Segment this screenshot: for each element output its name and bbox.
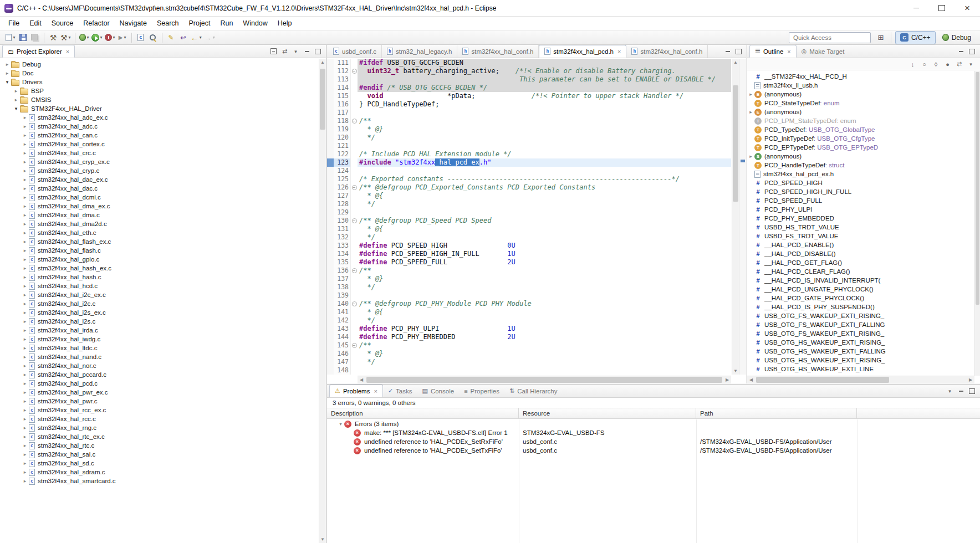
fold-margin[interactable]: −: [350, 217, 358, 225]
tree-item[interactable]: ▸cstm32f4xx_hal_nand.c: [0, 352, 319, 361]
toolbar-debug-button[interactable]: ▾: [78, 32, 90, 44]
menu-run[interactable]: Run: [215, 17, 238, 29]
expander-icon[interactable]: ▸: [12, 97, 20, 103]
tree-item[interactable]: ▸Debug: [0, 60, 319, 69]
tree-item[interactable]: ▸cstm32f4xx_hal_rtc.c: [0, 441, 319, 450]
tree-item[interactable]: ▸cstm32f4xx_hal_pwr_ex.c: [0, 388, 319, 397]
view-menu-icon[interactable]: [966, 59, 976, 69]
tree-item[interactable]: ▸cstm32f4xx_hal_ltdc.c: [0, 344, 319, 352]
outline-item[interactable]: #__HAL_PCD_UNGATE_PHYCLOCK(): [747, 285, 974, 294]
editor-hscrollbar[interactable]: ◀ ▶: [358, 376, 731, 383]
tree-item[interactable]: ▸cstm32f4xx_hal_hcd.c: [0, 281, 319, 290]
outline-item[interactable]: TPCD_InitTypeDef : USB_OTG_CfgType: [747, 134, 974, 143]
tree-item[interactable]: ▸cstm32f4xx_hal_dac_ex.c: [0, 175, 319, 184]
toolbar-save-button[interactable]: [17, 32, 29, 44]
tree-item[interactable]: ▸cstm32f4xx_hal_sd.c: [0, 459, 319, 468]
outline-item[interactable]: #USB_OTG_HS_WAKEUP_EXTI_LINE: [747, 365, 974, 373]
outline-item[interactable]: #PCD_SPEED_HIGH_IN_FULL: [747, 187, 974, 196]
expander-icon[interactable]: ▸: [3, 70, 11, 76]
fold-collapse-icon[interactable]: −: [352, 69, 357, 74]
outline-item[interactable]: #USB_OTG_FS_WAKEUP_EXTI_RISING_: [747, 329, 974, 338]
code-line[interactable]: 123#include "stm32f4xx_hal_pcd_ex.h": [327, 158, 731, 167]
outline-item[interactable]: #__HAL_PCD_IS_PHY_SUSPENDED(): [747, 303, 974, 311]
tab-tasks[interactable]: ✓Tasks: [383, 385, 417, 397]
fold-collapse-icon[interactable]: −: [352, 268, 357, 273]
toolbar-new-source-file-button[interactable]: [135, 32, 147, 44]
expander-icon[interactable]: ▸: [21, 390, 29, 395]
toolbar-new-wizard-button[interactable]: ▾: [4, 32, 17, 44]
scroll-right-icon[interactable]: ▶: [967, 376, 974, 384]
toolbar-external-tools-button[interactable]: ▾: [116, 32, 129, 44]
code-line[interactable]: 148: [327, 366, 731, 375]
code-line[interactable]: 116} PCD_HandleTypeDef;: [327, 100, 731, 109]
scroll-left-icon[interactable]: ◀: [358, 376, 365, 384]
minimize-icon[interactable]: [956, 386, 966, 396]
code-line[interactable]: 146 * @}: [327, 350, 731, 358]
close-icon[interactable]: ×: [617, 48, 621, 55]
expander-icon[interactable]: ▸: [21, 345, 29, 351]
tree-item[interactable]: ▸cstm32f4xx_hal_gpio.c: [0, 255, 319, 264]
window-maximize-button[interactable]: [929, 0, 955, 17]
expander-icon[interactable]: ▸: [21, 407, 29, 413]
tab-project-explorer[interactable]: 🗀 Project Explorer ×: [2, 45, 75, 58]
toolbar-build-all-button[interactable]: [47, 32, 59, 44]
column-header-path[interactable]: Path: [696, 408, 857, 418]
expander-icon[interactable]: ▸: [21, 460, 29, 466]
scroll-up-icon[interactable]: ▲: [319, 59, 326, 66]
scrollbar-thumb[interactable]: [976, 72, 979, 305]
menu-window[interactable]: Window: [238, 17, 272, 29]
editor-tab-stm32f4xx-hal-conf-h[interactable]: hstm32f4xx_hal_conf.h: [457, 45, 539, 58]
expander-icon[interactable]: ▸: [21, 416, 29, 422]
outline-item[interactable]: #__STM32F4xx_HAL_PCD_H: [747, 72, 974, 81]
outline-item[interactable]: stm32f4xx_ll_usb.h: [747, 81, 974, 90]
toolbar-forward-button[interactable]: ▾: [203, 32, 216, 44]
code-line[interactable]: 129: [327, 208, 731, 217]
expander-icon[interactable]: ▸: [21, 398, 29, 404]
minimize-icon[interactable]: [302, 47, 312, 56]
outline-item[interactable]: #USB_OTG_HS_WAKEUP_EXTI_RISING_: [747, 338, 974, 347]
outline-item[interactable]: #USB_OTG_HS_WAKEUP_EXTI_FALLING: [747, 347, 974, 356]
tree-item[interactable]: ▸cstm32f4xx_hal_adc_ex.c: [0, 113, 319, 122]
expander-icon[interactable]: ▸: [3, 62, 11, 67]
maximize-icon[interactable]: [967, 386, 977, 396]
outline-item[interactable]: #PCD_PHY_EMBEDDED: [747, 214, 974, 223]
overview-marker[interactable]: [741, 160, 745, 162]
tree-item[interactable]: ▸cstm32f4xx_hal_irda.c: [0, 326, 319, 335]
expander-icon[interactable]: ▸: [21, 159, 29, 165]
problem-row[interactable]: ×make: *** [STM324xG-EVAL_USBD-FS.elf] E…: [327, 428, 980, 437]
tree-item[interactable]: ▸cstm32f4xx_hal_nor.c: [0, 361, 319, 370]
menu-navigate[interactable]: Navigate: [115, 17, 152, 29]
expander-icon[interactable]: ▸: [21, 372, 29, 377]
outline-item[interactable]: #USBD_FS_TRDT_VALUE: [747, 232, 974, 240]
menu-search[interactable]: Search: [152, 17, 184, 29]
expander-icon[interactable]: ▸: [21, 478, 29, 484]
outline-item[interactable]: #__HAL_PCD_CLEAR_FLAG(): [747, 267, 974, 276]
code-line[interactable]: 127 * @{: [327, 192, 731, 200]
window-minimize-button[interactable]: [904, 0, 929, 17]
toolbar-search-button[interactable]: [147, 32, 159, 44]
hide-static-members-icon[interactable]: ◊: [931, 59, 941, 69]
code-line[interactable]: 145−/**: [327, 341, 731, 350]
code-line[interactable]: 122/* Include PCD HAL Extension module *…: [327, 150, 731, 158]
code-line[interactable]: 135#define PCD_SPEED_FULL 2U: [327, 258, 731, 267]
menu-help[interactable]: Help: [273, 17, 297, 29]
tree-item[interactable]: ▾Drivers: [0, 78, 319, 86]
column-header-resource[interactable]: Resource: [519, 408, 696, 418]
outline-item[interactable]: #USB_OTG_FS_WAKEUP_EXTI_FALLING: [747, 320, 974, 329]
tree-item[interactable]: ▸cstm32f4xx_hal_i2s_ex.c: [0, 308, 319, 317]
outline-item[interactable]: TPCD_LPM_StateTypeDef : enum: [747, 116, 974, 125]
close-icon[interactable]: ×: [787, 48, 790, 55]
minimize-icon[interactable]: [723, 47, 732, 56]
editor-tab-stm32-hal-legacy-h[interactable]: hstm32_hal_legacy.h: [382, 45, 457, 58]
toolbar-save-all-button[interactable]: [29, 32, 41, 44]
close-icon[interactable]: ×: [66, 48, 69, 55]
menu-edit[interactable]: Edit: [24, 17, 47, 29]
expander-icon[interactable]: ▸: [21, 327, 29, 333]
code-line[interactable]: 125/* Exported constants ---------------…: [327, 175, 731, 183]
outline-hscrollbar[interactable]: ◀ ▶: [747, 376, 974, 383]
menu-project[interactable]: Project: [184, 17, 216, 29]
tree-item[interactable]: ▸cstm32f4xx_hal_dma_ex.c: [0, 202, 319, 211]
code-line[interactable]: 132 */: [327, 233, 731, 242]
code-line[interactable]: 119 * @}: [327, 125, 731, 134]
editor-tab-stm32f4xx-hal-conf-h[interactable]: hstm32f4xx_hal_conf.h: [626, 45, 708, 58]
